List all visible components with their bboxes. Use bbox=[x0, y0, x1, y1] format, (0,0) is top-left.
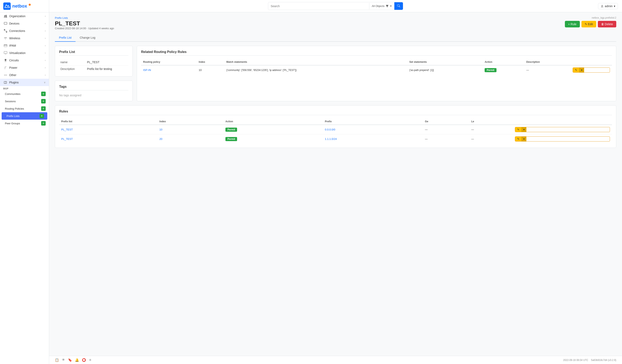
table-row: PL_TEST 20 Permit 1.1.1.0/24 — — ✎ ▾ bbox=[59, 134, 612, 144]
sidebar-item-sessions[interactable]: Sessions + bbox=[0, 98, 49, 105]
prefix-lists-label: Prefix Lists bbox=[7, 114, 20, 118]
rule-prefix-list-link-1[interactable]: PL_TEST bbox=[61, 128, 73, 131]
rule-ge-1: — bbox=[423, 125, 469, 134]
rule-edit-dropdown-button-1[interactable]: ▾ bbox=[522, 127, 526, 132]
field-value-description: Prefix list for testing bbox=[86, 66, 128, 73]
sidebar-item-plugins[interactable]: Plugins ∨ bbox=[0, 79, 49, 86]
footer-api-icon[interactable]: 👁 bbox=[62, 358, 65, 362]
rule-prefix-list-link-2[interactable]: PL_TEST bbox=[61, 137, 73, 141]
rule-action-badge-1: Permit bbox=[225, 127, 237, 132]
add-community-button[interactable]: + bbox=[41, 91, 46, 96]
sidebar-item-organization[interactable]: Organization › bbox=[0, 13, 49, 20]
chevron-down-icon: ∨ bbox=[44, 81, 46, 84]
rule-index-link-1[interactable]: 10 bbox=[159, 128, 162, 131]
bgp-section-header: BGP bbox=[0, 86, 49, 90]
sidebar-item-prefix-lists[interactable]: Prefix Lists + bbox=[2, 112, 47, 120]
rules-col-index: Index bbox=[157, 118, 223, 125]
related-rules-table-container: Routing policy Index Match statements Se… bbox=[141, 59, 612, 75]
footer-github-icon[interactable]: ⭕ bbox=[82, 358, 86, 362]
search-button[interactable] bbox=[394, 2, 403, 10]
sidebar-item-communities[interactable]: Communities + bbox=[0, 90, 49, 98]
tags-card-title: Tags bbox=[59, 85, 128, 91]
search-input[interactable] bbox=[268, 3, 369, 9]
devices-icon bbox=[4, 22, 7, 25]
sidebar-item-power[interactable]: Power › bbox=[0, 64, 49, 71]
edit-row-button[interactable]: ✎ bbox=[573, 68, 579, 73]
rule-prefix-link-1[interactable]: 0.0.0.0/0 bbox=[325, 128, 335, 131]
info-row-description: Description Prefix list for testing bbox=[59, 66, 128, 73]
chevron-right-icon: › bbox=[45, 66, 46, 69]
rule-index-link-2[interactable]: 20 bbox=[159, 137, 162, 141]
rules-col-ge: Ge bbox=[423, 118, 469, 125]
power-icon bbox=[4, 66, 7, 69]
add-rule-button[interactable]: + Rule bbox=[565, 21, 580, 27]
circuits-icon bbox=[4, 59, 7, 62]
page-title: PL_TEST bbox=[55, 20, 114, 27]
set-statements-cell: {'as-path prepend': [1]} bbox=[407, 65, 483, 75]
field-label-name: name bbox=[59, 59, 86, 66]
chevron-right-icon: › bbox=[45, 44, 46, 47]
tab-change-log[interactable]: Change Log bbox=[76, 34, 99, 42]
field-label-description: Description bbox=[59, 66, 86, 73]
cards-row: Prefix List name PL_TEST Description Pre… bbox=[55, 46, 616, 101]
footer-bookmark-icon[interactable]: 🔖 bbox=[68, 358, 72, 362]
add-session-button[interactable]: + bbox=[41, 99, 46, 104]
sidebar-item-other-label: Other bbox=[9, 73, 16, 77]
add-routing-policy-button[interactable]: + bbox=[41, 106, 46, 111]
footer-bell-icon[interactable]: 🔔 bbox=[75, 358, 79, 362]
rule-le-2: — bbox=[469, 134, 513, 144]
delete-button[interactable]: 🗑 Delete bbox=[598, 21, 616, 27]
other-icon bbox=[4, 73, 7, 77]
rules-col-le: Le bbox=[469, 118, 513, 125]
footer-docs-icon[interactable]: 📋 bbox=[55, 358, 59, 362]
sidebar: netbox Organization › Devices › Connecti… bbox=[0, 0, 49, 364]
chevron-down-search-icon bbox=[390, 5, 392, 7]
col-set-statements: Set statements bbox=[407, 59, 483, 65]
routing-policies-label: Routing Policies bbox=[5, 107, 24, 110]
rule-prefix-link-2[interactable]: 1.1.1.0/24 bbox=[325, 137, 337, 141]
user-label: admin bbox=[605, 4, 613, 8]
sidebar-item-ipam[interactable]: IPAM › bbox=[0, 42, 49, 49]
match-statements-cell: {'community': ['556:556', '65234:1235'],… bbox=[224, 65, 408, 75]
footer-slack-icon[interactable]: ✳ bbox=[89, 358, 92, 362]
chevron-right-icon: › bbox=[45, 59, 46, 62]
search-container: All Objects bbox=[268, 2, 403, 10]
breadcrumb[interactable]: Prefix Lists bbox=[55, 16, 114, 19]
edit-button[interactable]: ✎ Edit bbox=[582, 21, 596, 27]
chevron-right-icon: › bbox=[45, 37, 46, 40]
chevron-right-icon: › bbox=[45, 15, 46, 18]
action-badge: Permit bbox=[485, 68, 496, 72]
sidebar-item-devices[interactable]: Devices › bbox=[0, 20, 49, 27]
rule-edit-dropdown-button-2[interactable]: ▾ bbox=[522, 137, 526, 141]
action-buttons: + Rule ✎ Edit 🗑 Delete bbox=[565, 21, 616, 27]
sidebar-item-virtualization-label: Virtualization bbox=[9, 51, 26, 55]
add-prefix-list-button[interactable]: + bbox=[39, 114, 44, 118]
svg-rect-0 bbox=[3, 2, 11, 10]
col-actions-edit bbox=[571, 59, 612, 65]
tab-prefix-list[interactable]: Prefix List bbox=[55, 34, 76, 42]
sidebar-item-connections[interactable]: Connections › bbox=[0, 27, 49, 35]
sidebar-item-wireless[interactable]: Wireless › bbox=[0, 35, 49, 42]
user-menu[interactable]: admin ▾ bbox=[598, 3, 618, 9]
sidebar-item-other[interactable]: Other › bbox=[0, 71, 49, 79]
sidebar-item-virtualization[interactable]: Virtualization › bbox=[0, 49, 49, 57]
search-icon bbox=[397, 4, 400, 7]
prefix-list-info-table: name PL_TEST Description Prefix list for… bbox=[59, 59, 128, 72]
chevron-right-icon: › bbox=[45, 74, 46, 76]
sidebar-item-routing-policies[interactable]: Routing Policies + bbox=[0, 105, 49, 112]
virtualization-icon bbox=[4, 51, 7, 55]
add-peer-group-button[interactable]: + bbox=[41, 121, 46, 126]
chevron-right-icon: › bbox=[45, 29, 46, 32]
rules-title: Rules bbox=[59, 109, 612, 115]
rule-edit-button-2[interactable]: ✎ bbox=[515, 137, 522, 141]
sidebar-item-organization-label: Organization bbox=[9, 15, 25, 18]
sidebar-item-peer-groups[interactable]: Peer Groups + bbox=[0, 120, 49, 127]
routing-policy-link[interactable]: ISP-IN bbox=[143, 69, 151, 72]
sidebar-item-ipam-label: IPAM bbox=[9, 44, 16, 47]
search-filter-dropdown[interactable]: All Objects bbox=[369, 3, 394, 9]
rule-edit-button-1[interactable]: ✎ bbox=[515, 127, 522, 132]
sidebar-item-circuits[interactable]: Circuits › bbox=[0, 57, 49, 64]
wireless-icon bbox=[4, 36, 7, 40]
edit-row-dropdown-button[interactable]: ▾ bbox=[579, 68, 584, 73]
sessions-label: Sessions bbox=[5, 100, 16, 103]
